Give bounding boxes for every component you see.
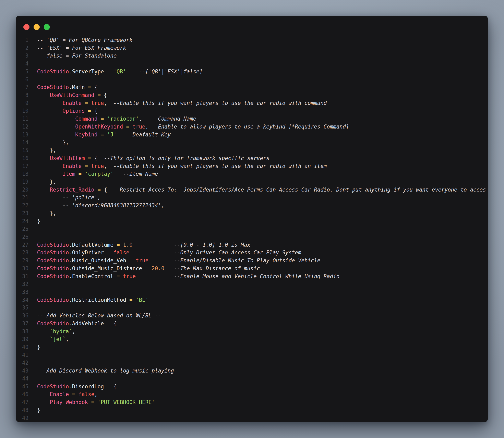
code-line: 45CodeStudio.DiscordLog = { <box>16 383 488 391</box>
line-number: 32 <box>22 280 28 288</box>
code-token: Options <box>62 108 88 114</box>
code-token: AddVehicle <box>72 320 107 327</box>
code-token: `hydra` <box>50 328 72 335</box>
code-token: --This option is only for framework spec… <box>98 155 269 161</box>
code-token: = <box>126 124 132 130</box>
close-button[interactable] <box>23 24 30 30</box>
code-token: , <box>104 163 107 169</box>
line-number: 5 <box>22 68 28 76</box>
code-token: 'PUT_WEBHOOK_HERE' <box>98 399 155 405</box>
code-line: 27CodeStudio.DefaultVolume = 1.0 --[0.0 … <box>16 241 488 249</box>
line-number: 47 <box>22 398 28 406</box>
code-area[interactable]: 1-- 'QB' = For QBCore Framework2-- 'ESX'… <box>16 36 488 422</box>
code-token: }, <box>50 210 56 216</box>
code-token: true <box>133 124 145 130</box>
code-token: --The Max Distance of music <box>164 265 260 272</box>
code-line: 23 }, <box>16 209 488 217</box>
code-token: } <box>37 218 40 224</box>
code-token: Outside_Music_Distance <box>72 265 145 272</box>
code-token: CodeStudio <box>37 297 69 303</box>
code-line: 44 <box>16 375 488 383</box>
code-token: 1.0 <box>123 242 133 248</box>
code-token: --Enable this if you want players to use… <box>107 163 327 169</box>
code-token: --[0.0 - 1.0] 1.0 is Max <box>133 242 250 248</box>
line-number: 16 <box>22 154 28 162</box>
code-token: true <box>91 163 104 169</box>
code-token: Item <box>62 171 78 177</box>
code-token: 'carplay' <box>85 171 113 177</box>
line-number: 39 <box>22 335 28 343</box>
code-token <box>37 139 62 145</box>
code-token <box>37 399 50 405</box>
code-token: { <box>104 92 107 98</box>
line-number: 14 <box>22 139 28 146</box>
code-line: 11 Command = 'radiocar', --Command Name <box>16 115 488 123</box>
line-number: 26 <box>22 233 28 241</box>
code-token: Music_Outside_Veh <box>72 257 129 263</box>
code-token: Restrict_Radio <box>50 187 98 193</box>
code-token: EnableControl <box>72 273 117 279</box>
line-number: 46 <box>22 390 28 398</box>
code-line: 18 Item = 'carplay' --Item Name <box>16 170 488 178</box>
code-token: -- 'QB' = For QBCore Framework <box>37 37 133 43</box>
code-token <box>37 92 50 98</box>
code-line: 2-- 'ESX' = For ESX Framework <box>16 44 488 52</box>
code-token <box>37 108 62 114</box>
code-line: 33 <box>16 288 488 296</box>
code-token: -- 'discord:968848387132772434', <box>37 202 164 208</box>
line-number: 19 <box>22 178 28 186</box>
line-number: 35 <box>22 304 28 312</box>
code-token: --Item Name <box>113 171 158 177</box>
code-token: `jet` <box>50 336 66 342</box>
line-number: 37 <box>22 320 28 328</box>
code-token: --Restrict Acces To: Jobs/Identifers/Ace… <box>107 187 486 193</box>
code-token <box>37 147 50 153</box>
code-token: . <box>69 242 72 248</box>
code-token: true <box>123 273 136 279</box>
code-token: true <box>136 257 148 263</box>
code-token: -- 'ESX' = For ESX Framework <box>37 45 126 51</box>
code-line: 17 Enable = true, --Enable this if you w… <box>16 162 488 170</box>
line-number: 23 <box>22 209 28 217</box>
code-token <box>37 171 62 177</box>
code-line: 14 }, <box>16 139 488 146</box>
code-token: = <box>107 383 113 390</box>
code-line: 3-- false = For Standalone <box>16 52 488 60</box>
code-token: . <box>69 68 72 75</box>
line-number: 1 <box>22 36 28 44</box>
code-line: 46 Enable = false, <box>16 390 488 398</box>
code-token: DiscordLog <box>72 383 107 390</box>
code-token: . <box>69 250 72 256</box>
code-line: 37CodeStudio.AddVehicle = { <box>16 320 488 328</box>
line-number: 42 <box>22 359 28 367</box>
code-token: -- Add Vehicles Below based on WL/BL -- <box>37 313 161 319</box>
code-token: --Enable/Disable Music To Play Outside V… <box>148 257 320 263</box>
code-line: 6 <box>16 76 488 84</box>
code-line: 26 <box>16 233 488 241</box>
code-token: Main <box>72 84 88 90</box>
line-number: 7 <box>22 83 28 91</box>
code-token: = <box>98 187 104 193</box>
code-token: OpenWithKeybind <box>75 124 126 130</box>
code-token: false <box>78 391 94 397</box>
code-line: 29CodeStudio.Music_Outside_Veh = true --… <box>16 257 488 264</box>
code-token: = <box>129 257 136 263</box>
code-token: Enable <box>62 100 85 106</box>
line-number: 45 <box>22 383 28 391</box>
code-token: , <box>66 336 69 342</box>
code-line: 10 Options = { <box>16 107 488 115</box>
line-number: 20 <box>22 186 28 194</box>
line-number: 31 <box>22 273 28 280</box>
line-number: 4 <box>22 60 28 68</box>
code-line: 19 }, <box>16 178 488 186</box>
zoom-button[interactable] <box>44 24 50 30</box>
code-token: ServerType <box>72 68 107 75</box>
code-token: CodeStudio <box>37 68 69 75</box>
code-line: 42 <box>16 359 488 367</box>
code-token: UseWithItem <box>50 155 88 161</box>
code-token: = <box>117 273 123 279</box>
minimize-button[interactable] <box>33 24 40 30</box>
code-token: RestrictionMethod <box>72 297 129 303</box>
code-token <box>37 187 50 193</box>
code-token: = <box>129 297 136 303</box>
